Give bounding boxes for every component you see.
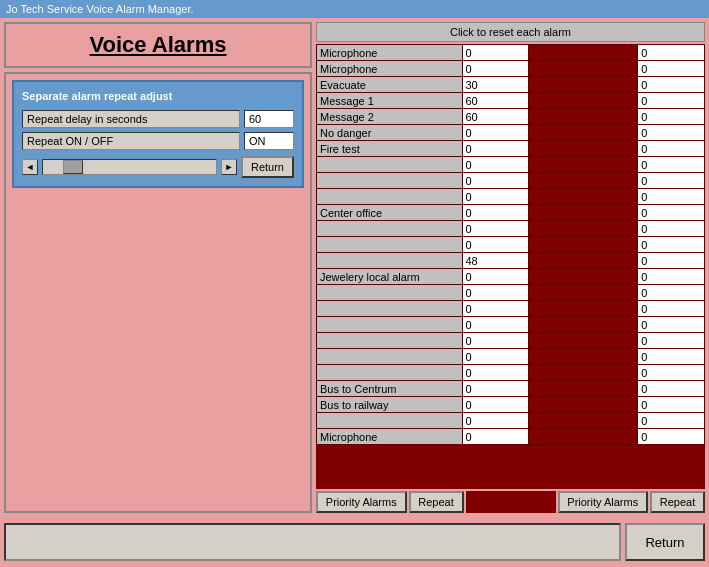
alarm-val1[interactable]: 48 <box>462 253 529 269</box>
alarm-val2[interactable]: 0 <box>638 205 705 221</box>
alarm-row[interactable]: Fire test00 <box>317 141 705 157</box>
alarm-name <box>317 221 463 237</box>
alarm-row[interactable]: Microphone00 <box>317 429 705 445</box>
alarm-row[interactable]: 00 <box>317 317 705 333</box>
alarm-row[interactable]: 00 <box>317 157 705 173</box>
alarm-name <box>317 253 463 269</box>
alarm-row[interactable]: Evacuate300 <box>317 77 705 93</box>
alarm-val1[interactable]: 0 <box>462 285 529 301</box>
alarm-name: No danger <box>317 125 463 141</box>
alarm-val2[interactable]: 0 <box>638 109 705 125</box>
alarm-val1[interactable]: 60 <box>462 93 529 109</box>
alarm-val1[interactable]: 0 <box>462 237 529 253</box>
alarm-spacer <box>529 429 638 445</box>
alarm-row[interactable]: 00 <box>317 413 705 429</box>
scroll-track[interactable] <box>42 159 217 175</box>
alarm-val1[interactable]: 0 <box>462 189 529 205</box>
alarm-val2[interactable]: 0 <box>638 221 705 237</box>
repeat-btn-1[interactable]: Repeat <box>409 491 464 513</box>
alarm-row[interactable]: Microphone00 <box>317 45 705 61</box>
alarm-val2[interactable]: 0 <box>638 301 705 317</box>
alarm-val2[interactable]: 0 <box>638 157 705 173</box>
alarm-row[interactable]: Center office00 <box>317 205 705 221</box>
alarm-val1[interactable]: 0 <box>462 173 529 189</box>
alarm-row[interactable]: Microphone00 <box>317 61 705 77</box>
bottom-return-btn[interactable]: Return <box>625 523 705 561</box>
scroll-left-btn[interactable]: ◄ <box>22 159 38 175</box>
alarm-val2[interactable]: 0 <box>638 61 705 77</box>
priority-alarms-btn-1[interactable]: Priority Alarms <box>316 491 407 513</box>
alarm-val1[interactable]: 30 <box>462 77 529 93</box>
alarm-val1[interactable]: 60 <box>462 109 529 125</box>
alarm-val2[interactable]: 0 <box>638 173 705 189</box>
alarm-val1[interactable]: 0 <box>462 365 529 381</box>
alarm-val2[interactable]: 0 <box>638 413 705 429</box>
alarm-name <box>317 189 463 205</box>
alarm-row[interactable]: 480 <box>317 253 705 269</box>
alarm-val1[interactable]: 0 <box>462 141 529 157</box>
alarm-val1[interactable]: 0 <box>462 349 529 365</box>
alarm-val2[interactable]: 0 <box>638 77 705 93</box>
alarm-spacer <box>529 221 638 237</box>
alarm-val1[interactable]: 0 <box>462 205 529 221</box>
alarm-val2[interactable]: 0 <box>638 269 705 285</box>
alarm-spacer <box>529 205 638 221</box>
alarm-val1[interactable]: 0 <box>462 125 529 141</box>
alarm-row[interactable]: 00 <box>317 365 705 381</box>
alarm-val2[interactable]: 0 <box>638 397 705 413</box>
alarm-spacer <box>529 61 638 77</box>
alarm-val2[interactable]: 0 <box>638 125 705 141</box>
alarm-val2[interactable]: 0 <box>638 237 705 253</box>
alarm-val1[interactable]: 0 <box>462 381 529 397</box>
alarm-val1[interactable]: 0 <box>462 269 529 285</box>
alarm-val1[interactable]: 0 <box>462 157 529 173</box>
app-window: Jo Tech Service Voice Alarm Manager. Voi… <box>0 0 709 567</box>
repeat-btn-2[interactable]: Repeat <box>650 491 705 513</box>
alarm-val2[interactable]: 0 <box>638 349 705 365</box>
alarm-val2[interactable]: 0 <box>638 285 705 301</box>
alarm-row[interactable]: Jewelery local alarm00 <box>317 269 705 285</box>
alarm-val2[interactable]: 0 <box>638 189 705 205</box>
alarm-val2[interactable]: 0 <box>638 93 705 109</box>
alarm-row[interactable]: Message 1600 <box>317 93 705 109</box>
alarm-row[interactable]: No danger00 <box>317 125 705 141</box>
alarm-row[interactable]: 00 <box>317 349 705 365</box>
alarm-val1[interactable]: 0 <box>462 429 529 445</box>
alarm-row[interactable]: 00 <box>317 189 705 205</box>
alarm-spacer <box>529 285 638 301</box>
scroll-right-btn[interactable]: ► <box>221 159 237 175</box>
alarm-val1[interactable]: 0 <box>462 317 529 333</box>
alarm-row[interactable]: Bus to Centrum00 <box>317 381 705 397</box>
alarm-val2[interactable]: 0 <box>638 253 705 269</box>
alarm-row[interactable]: 00 <box>317 333 705 349</box>
voice-alarms-title: Voice Alarms <box>90 32 227 57</box>
alarm-val1[interactable]: 0 <box>462 301 529 317</box>
alarm-row[interactable]: Bus to railway00 <box>317 397 705 413</box>
alarm-val1[interactable]: 0 <box>462 333 529 349</box>
left-panel: Voice Alarms Separate alarm repeat adjus… <box>4 22 312 513</box>
alarm-val2[interactable]: 0 <box>638 429 705 445</box>
alarm-val2[interactable]: 0 <box>638 381 705 397</box>
alarm-row[interactable]: 00 <box>317 173 705 189</box>
alarm-val1[interactable]: 0 <box>462 397 529 413</box>
alarm-row[interactable]: 00 <box>317 221 705 237</box>
repeat-return-btn[interactable]: Return <box>241 156 294 178</box>
repeat-delay-row: Repeat delay in seconds 60 <box>22 110 294 128</box>
alarm-row[interactable]: 00 <box>317 237 705 253</box>
repeat-onoff-value: ON <box>244 132 294 150</box>
alarm-row[interactable]: 00 <box>317 301 705 317</box>
alarm-val2[interactable]: 0 <box>638 333 705 349</box>
bottom-bar: Return <box>0 517 709 567</box>
alarm-val2[interactable]: 0 <box>638 317 705 333</box>
alarm-val2[interactable]: 0 <box>638 141 705 157</box>
alarm-val2[interactable]: 0 <box>638 45 705 61</box>
alarm-val1[interactable]: 0 <box>462 413 529 429</box>
alarm-val1[interactable]: 0 <box>462 61 529 77</box>
alarm-val1[interactable]: 0 <box>462 221 529 237</box>
alarm-row[interactable]: 00 <box>317 285 705 301</box>
alarm-row[interactable]: Message 2600 <box>317 109 705 125</box>
alarm-val1[interactable]: 0 <box>462 45 529 61</box>
alarm-val2[interactable]: 0 <box>638 365 705 381</box>
alarm-name: Microphone <box>317 429 463 445</box>
priority-alarms-btn-2[interactable]: Priority Alarms <box>558 491 649 513</box>
